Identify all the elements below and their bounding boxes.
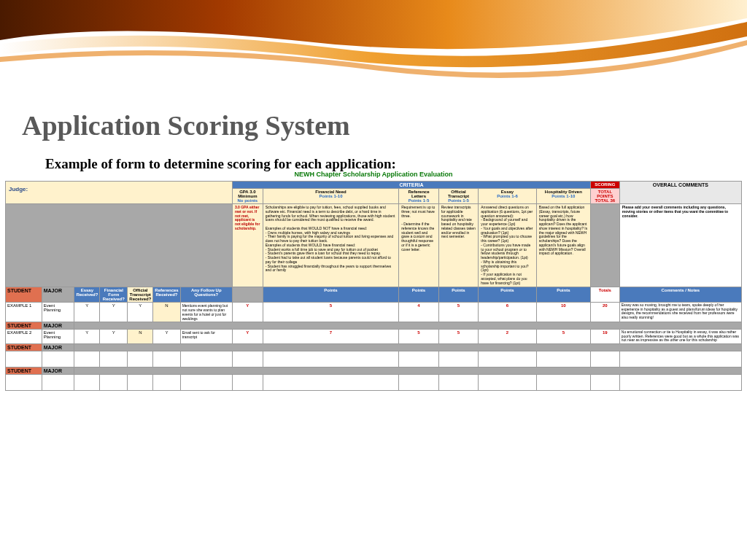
desc-essay: Answered direct questions on application… [479,204,537,287]
col-comments: Comments / Notes [619,287,741,303]
table-row-empty [6,351,742,367]
desc-tran: Review transcripts for applicable course… [438,204,479,287]
cell: Y [232,303,263,322]
cell: 5 [438,330,479,344]
scoring-header: SCORING [590,182,619,189]
desc-gpa: 3.0 GPA either met or not. If not met, a… [232,204,263,287]
cell: 10 [536,303,590,322]
cell: 5 [399,330,439,344]
cell: 5 [536,330,590,344]
cell: Y [100,303,128,322]
judge-label: Judge: [6,182,233,204]
cell-comments: Essay was so moving, brought me to tears… [619,303,741,322]
desc-hosp: Based on the full application (Essay, tr… [536,204,590,287]
col-points-1: Points [263,287,398,303]
col-followup: Any Follow Up Questions? [180,287,232,303]
cell: N [153,303,180,322]
cell: 2 [479,330,537,344]
col-ref-recv: References Received? [153,287,180,303]
cell: 5 [438,303,479,322]
cell-student: EXAMPLE 1 [6,303,42,322]
col-student: STUDENT [6,287,42,303]
table-row-empty [6,374,742,390]
cell-major: Event Planning [42,303,74,322]
crit-ref: Reference LettersPoints 1-5 [399,189,439,204]
col-points-2: Points [399,287,439,303]
cell-followup: Mentions event planning but not sure she… [180,303,232,322]
cell: 7 [263,330,398,344]
desc-fin: Scholarships are eligible to pay for tui… [263,204,398,287]
cell: N [128,330,153,344]
cell-comments: No emotional connection or tie to Hospit… [619,330,741,344]
page-title: Application Scoring System [22,109,725,141]
cell-student: EXAMPLE 2 [6,330,42,344]
page-subtitle: Example of form to determine scoring for… [45,156,725,172]
cell: 5 [263,303,398,322]
col-student: STUDENT [6,367,42,374]
col-major: MAJOR [42,322,74,330]
cell-followup: Email sent to ask for transcript [180,330,232,344]
table-row: EXAMPLE 2 Event Planning Y Y N Y Email s… [6,330,742,344]
col-points-5: Points [536,287,590,303]
col-fin-recv: Financial Form Received? [100,287,128,303]
cell: Y [74,330,100,344]
cell-total: 20 [590,303,619,322]
col-points-4: Points [479,287,537,303]
col-student: STUDENT [6,343,42,351]
evaluation-sheet: NEWH Chapter Scholarship Application Eva… [0,168,747,391]
criteria-header: CRITERIA [232,182,590,189]
cell: Y [74,303,100,322]
crit-hosp: Hospitality DrivenPoints 1-10 [536,189,590,204]
desc-overall: Please add your overall comments includi… [619,204,741,287]
cell: Y [100,330,128,344]
col-tran-recv: Official Transcript Received? [128,287,153,303]
table-row: EXAMPLE 1 Event Planning Y Y Y N Mention… [6,303,742,322]
desc-ref: Requirement is up to three; not must hav… [399,204,439,287]
cell-major: Event Planning [42,330,74,344]
cell-total: 19 [590,330,619,344]
cell: Y [128,303,153,322]
overall-comments-header: OVERALL COMMENTS [619,182,741,204]
cell: 6 [479,303,537,322]
col-points-3: Points [438,287,479,303]
total-header: TOTAL POINTS TOTAL 36 [590,189,619,204]
cell: Y [232,330,263,344]
col-essay-recv: Essay Received? [74,287,100,303]
col-major: MAJOR [42,367,74,374]
col-major: MAJOR [42,287,74,303]
crit-essay: EssayPoints 1-6 [479,189,537,204]
col-totals: Totals [590,287,619,303]
crit-gpa: GPA 3.0 MinimumNo points [232,189,263,204]
cell: Y [153,330,180,344]
cell: 4 [399,303,439,322]
col-major: MAJOR [42,343,74,351]
crit-fin: Financial NeedPoints 1-10 [263,189,398,204]
crit-tran: Official TranscriptPoints 1-5 [438,189,479,204]
col-student: STUDENT [6,322,42,330]
